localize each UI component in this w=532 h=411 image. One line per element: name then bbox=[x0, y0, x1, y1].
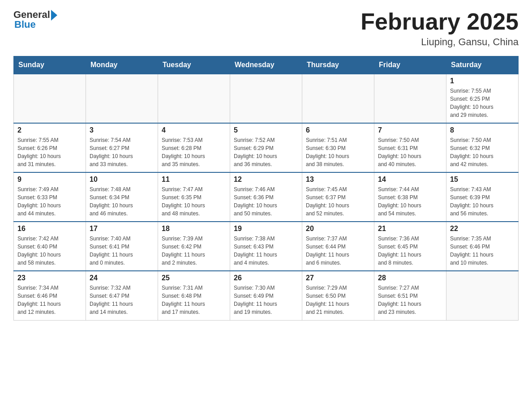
calendar-cell: 11Sunrise: 7:47 AMSunset: 6:35 PMDayligh… bbox=[158, 172, 230, 222]
day-info: Sunrise: 7:52 AMSunset: 6:29 PMDaylight:… bbox=[234, 136, 298, 168]
day-info: Sunrise: 7:49 AMSunset: 6:33 PMDaylight:… bbox=[17, 185, 82, 218]
weekday-header-row: SundayMondayTuesdayWednesdayThursdayFrid… bbox=[14, 56, 519, 74]
calendar-cell: 4Sunrise: 7:53 AMSunset: 6:28 PMDaylight… bbox=[158, 123, 230, 172]
day-info: Sunrise: 7:31 AMSunset: 6:48 PMDaylight:… bbox=[162, 284, 226, 316]
day-info: Sunrise: 7:30 AMSunset: 6:49 PMDaylight:… bbox=[234, 284, 298, 316]
calendar-cell: 13Sunrise: 7:45 AMSunset: 6:37 PMDayligh… bbox=[302, 172, 374, 222]
calendar-cell bbox=[14, 74, 86, 123]
day-number: 14 bbox=[378, 176, 442, 184]
weekday-header-wednesday: Wednesday bbox=[230, 56, 302, 74]
day-info: Sunrise: 7:38 AMSunset: 6:43 PMDaylight:… bbox=[234, 235, 298, 267]
day-number: 9 bbox=[17, 176, 82, 184]
page-header: General Blue February 2025 Liuping, Gans… bbox=[13, 9, 519, 48]
week-row-3: 9Sunrise: 7:49 AMSunset: 6:33 PMDaylight… bbox=[14, 172, 519, 222]
calendar-cell: 20Sunrise: 7:37 AMSunset: 6:44 PMDayligh… bbox=[302, 222, 374, 271]
day-info: Sunrise: 7:42 AMSunset: 6:40 PMDaylight:… bbox=[17, 235, 82, 267]
week-row-4: 16Sunrise: 7:42 AMSunset: 6:40 PMDayligh… bbox=[14, 222, 519, 271]
day-number: 3 bbox=[90, 126, 154, 134]
day-number: 7 bbox=[378, 126, 442, 134]
title-block: February 2025 Liuping, Gansu, China bbox=[360, 9, 519, 48]
day-number: 20 bbox=[306, 225, 370, 233]
day-number: 11 bbox=[162, 176, 226, 184]
calendar-title: February 2025 bbox=[360, 9, 519, 34]
calendar-cell: 23Sunrise: 7:34 AMSunset: 6:46 PMDayligh… bbox=[14, 271, 86, 320]
day-info: Sunrise: 7:27 AMSunset: 6:51 PMDaylight:… bbox=[378, 284, 442, 316]
day-info: Sunrise: 7:55 AMSunset: 6:26 PMDaylight:… bbox=[17, 136, 82, 168]
day-info: Sunrise: 7:39 AMSunset: 6:42 PMDaylight:… bbox=[162, 235, 226, 267]
day-number: 26 bbox=[234, 274, 298, 282]
day-info: Sunrise: 7:53 AMSunset: 6:28 PMDaylight:… bbox=[162, 136, 226, 168]
day-number: 6 bbox=[306, 126, 370, 134]
calendar-cell: 18Sunrise: 7:39 AMSunset: 6:42 PMDayligh… bbox=[158, 222, 230, 271]
week-row-5: 23Sunrise: 7:34 AMSunset: 6:46 PMDayligh… bbox=[14, 271, 519, 320]
day-number: 27 bbox=[306, 274, 370, 282]
day-number: 19 bbox=[234, 225, 298, 233]
day-info: Sunrise: 7:36 AMSunset: 6:45 PMDaylight:… bbox=[378, 235, 442, 267]
calendar-cell bbox=[446, 271, 519, 320]
day-info: Sunrise: 7:43 AMSunset: 6:39 PMDaylight:… bbox=[450, 185, 515, 218]
calendar-cell: 5Sunrise: 7:52 AMSunset: 6:29 PMDaylight… bbox=[230, 123, 302, 172]
logo-blue-text: Blue bbox=[14, 19, 36, 30]
day-info: Sunrise: 7:55 AMSunset: 6:25 PMDaylight:… bbox=[450, 87, 515, 119]
day-number: 12 bbox=[234, 176, 298, 184]
calendar-cell: 9Sunrise: 7:49 AMSunset: 6:33 PMDaylight… bbox=[14, 172, 86, 222]
calendar-cell: 3Sunrise: 7:54 AMSunset: 6:27 PMDaylight… bbox=[86, 123, 158, 172]
day-info: Sunrise: 7:45 AMSunset: 6:37 PMDaylight:… bbox=[306, 185, 370, 218]
day-info: Sunrise: 7:47 AMSunset: 6:35 PMDaylight:… bbox=[162, 185, 226, 218]
calendar-cell: 12Sunrise: 7:46 AMSunset: 6:36 PMDayligh… bbox=[230, 172, 302, 222]
calendar-cell: 6Sunrise: 7:51 AMSunset: 6:30 PMDaylight… bbox=[302, 123, 374, 172]
calendar-cell: 27Sunrise: 7:29 AMSunset: 6:50 PMDayligh… bbox=[302, 271, 374, 320]
day-number: 24 bbox=[90, 274, 154, 282]
day-number: 18 bbox=[162, 225, 226, 233]
day-info: Sunrise: 7:54 AMSunset: 6:27 PMDaylight:… bbox=[90, 136, 154, 168]
logo-arrow-icon bbox=[51, 10, 57, 21]
day-number: 2 bbox=[17, 126, 82, 134]
weekday-header-monday: Monday bbox=[86, 56, 158, 74]
day-number: 28 bbox=[378, 274, 442, 282]
day-info: Sunrise: 7:34 AMSunset: 6:46 PMDaylight:… bbox=[17, 284, 82, 316]
calendar-cell: 26Sunrise: 7:30 AMSunset: 6:49 PMDayligh… bbox=[230, 271, 302, 320]
day-number: 22 bbox=[450, 225, 515, 233]
day-info: Sunrise: 7:40 AMSunset: 6:41 PMDaylight:… bbox=[90, 235, 154, 267]
calendar-cell: 2Sunrise: 7:55 AMSunset: 6:26 PMDaylight… bbox=[14, 123, 86, 172]
day-number: 10 bbox=[90, 176, 154, 184]
calendar-cell: 10Sunrise: 7:48 AMSunset: 6:34 PMDayligh… bbox=[86, 172, 158, 222]
calendar-cell: 22Sunrise: 7:35 AMSunset: 6:46 PMDayligh… bbox=[446, 222, 519, 271]
day-info: Sunrise: 7:32 AMSunset: 6:47 PMDaylight:… bbox=[90, 284, 154, 316]
day-info: Sunrise: 7:46 AMSunset: 6:36 PMDaylight:… bbox=[234, 185, 298, 218]
day-info: Sunrise: 7:50 AMSunset: 6:32 PMDaylight:… bbox=[450, 136, 515, 168]
weekday-header-friday: Friday bbox=[374, 56, 446, 74]
calendar-cell bbox=[86, 74, 158, 123]
day-number: 8 bbox=[450, 126, 515, 134]
day-number: 15 bbox=[450, 176, 515, 184]
calendar-cell bbox=[230, 74, 302, 123]
calendar-cell: 21Sunrise: 7:36 AMSunset: 6:45 PMDayligh… bbox=[374, 222, 446, 271]
calendar-cell: 24Sunrise: 7:32 AMSunset: 6:47 PMDayligh… bbox=[86, 271, 158, 320]
day-info: Sunrise: 7:48 AMSunset: 6:34 PMDaylight:… bbox=[90, 185, 154, 218]
weekday-header-thursday: Thursday bbox=[302, 56, 374, 74]
day-number: 4 bbox=[162, 126, 226, 134]
weekday-header-sunday: Sunday bbox=[14, 56, 86, 74]
day-info: Sunrise: 7:37 AMSunset: 6:44 PMDaylight:… bbox=[306, 235, 370, 267]
weekday-header-saturday: Saturday bbox=[446, 56, 519, 74]
day-number: 13 bbox=[306, 176, 370, 184]
calendar-table: SundayMondayTuesdayWednesdayThursdayFrid… bbox=[13, 56, 519, 321]
day-info: Sunrise: 7:29 AMSunset: 6:50 PMDaylight:… bbox=[306, 284, 370, 316]
calendar-cell: 1Sunrise: 7:55 AMSunset: 6:25 PMDaylight… bbox=[446, 74, 519, 123]
day-number: 16 bbox=[17, 225, 82, 233]
calendar-cell: 16Sunrise: 7:42 AMSunset: 6:40 PMDayligh… bbox=[14, 222, 86, 271]
calendar-cell: 25Sunrise: 7:31 AMSunset: 6:48 PMDayligh… bbox=[158, 271, 230, 320]
calendar-cell: 19Sunrise: 7:38 AMSunset: 6:43 PMDayligh… bbox=[230, 222, 302, 271]
calendar-location: Liuping, Gansu, China bbox=[360, 36, 519, 48]
day-info: Sunrise: 7:50 AMSunset: 6:31 PMDaylight:… bbox=[378, 136, 442, 168]
calendar-cell bbox=[302, 74, 374, 123]
logo: General Blue bbox=[13, 9, 57, 30]
day-number: 5 bbox=[234, 126, 298, 134]
day-number: 17 bbox=[90, 225, 154, 233]
calendar-cell bbox=[158, 74, 230, 123]
calendar-cell: 15Sunrise: 7:43 AMSunset: 6:39 PMDayligh… bbox=[446, 172, 519, 222]
day-info: Sunrise: 7:35 AMSunset: 6:46 PMDaylight:… bbox=[450, 235, 515, 267]
day-number: 21 bbox=[378, 225, 442, 233]
calendar-cell bbox=[374, 74, 446, 123]
day-number: 25 bbox=[162, 274, 226, 282]
